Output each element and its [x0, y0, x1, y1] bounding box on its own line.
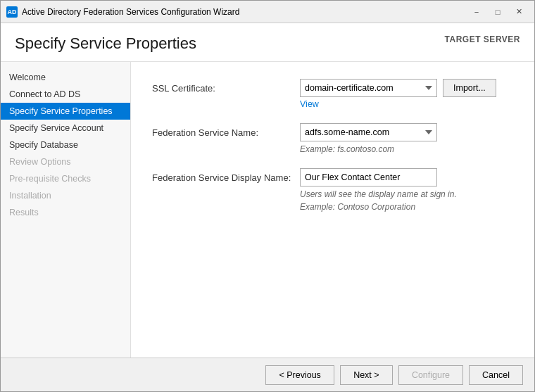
configure-button: Configure — [398, 365, 463, 385]
title-bar: AD Active Directory Federation Services … — [1, 1, 534, 23]
next-button[interactable]: Next > — [340, 365, 393, 385]
title-bar-title: Active Directory Federation Services Con… — [22, 7, 239, 17]
view-link[interactable]: View — [300, 99, 319, 109]
close-button[interactable]: ✕ — [509, 5, 529, 19]
ssl-label: SSL Certificate: — [152, 79, 300, 94]
sidebar-item-installation: Installation — [1, 187, 130, 204]
federation-display-hint1: Users will see the display name at sign … — [300, 189, 513, 199]
sidebar-item-specify-db[interactable]: Specify Database — [1, 137, 130, 153]
federation-name-hint: Example: fs.contoso.com — [300, 144, 513, 154]
federation-name-row-inner: adfs.some-name.com — [300, 123, 513, 141]
federation-name-label: Federation Service Name: — [152, 123, 300, 138]
sidebar-item-specify-service[interactable]: Specify Service Properties — [1, 103, 130, 120]
sidebar-item-results: Results — [1, 204, 130, 221]
federation-display-input[interactable] — [300, 168, 437, 186]
federation-display-field: Users will see the display name at sign … — [300, 168, 513, 212]
federation-display-row: Federation Service Display Name: Users w… — [152, 168, 513, 212]
cancel-button[interactable]: Cancel — [469, 365, 523, 385]
maximize-button[interactable]: □ — [488, 5, 508, 19]
title-bar-left: AD Active Directory Federation Services … — [6, 6, 239, 18]
page-title: Specify Service Properties — [15, 34, 196, 53]
previous-button[interactable]: < Previous — [265, 365, 334, 385]
wizard-window: AD Active Directory Federation Services … — [0, 0, 535, 392]
main-content: SSL Certificate: domain-certificate.com … — [131, 62, 534, 358]
minimize-button[interactable]: − — [467, 5, 486, 19]
federation-name-select[interactable]: adfs.some-name.com — [300, 123, 437, 141]
sidebar-item-specify-account[interactable]: Specify Service Account — [1, 120, 130, 137]
ssl-field-row: domain-certificate.com Import... — [300, 79, 513, 97]
federation-display-hint2: Example: Contoso Corporation — [300, 202, 513, 212]
sidebar-item-prereq: Pre-requisite Checks — [1, 170, 130, 187]
sidebar-item-welcome[interactable]: Welcome — [1, 69, 130, 86]
app-icon: AD — [6, 6, 18, 18]
ssl-certificate-select[interactable]: domain-certificate.com — [300, 79, 437, 97]
sidebar: Welcome Connect to AD DS Specify Service… — [1, 62, 131, 358]
ssl-certificate-row: SSL Certificate: domain-certificate.com … — [152, 79, 513, 109]
header-area: Specify Service Properties TARGET SERVER — [1, 23, 534, 62]
sidebar-item-review: Review Options — [1, 153, 130, 170]
title-bar-controls: − □ ✕ — [467, 5, 529, 19]
ssl-field: domain-certificate.com Import... View — [300, 79, 513, 109]
federation-display-label: Federation Service Display Name: — [152, 168, 300, 183]
federation-name-field: adfs.some-name.com Example: fs.contoso.c… — [300, 123, 513, 154]
federation-name-row: Federation Service Name: adfs.some-name.… — [152, 123, 513, 154]
app-icon-text: AD — [8, 8, 17, 15]
content-area: Welcome Connect to AD DS Specify Service… — [1, 62, 534, 358]
sidebar-item-connect-adds[interactable]: Connect to AD DS — [1, 86, 130, 103]
target-server-label: TARGET SERVER — [445, 34, 520, 44]
footer: < Previous Next > Configure Cancel — [1, 358, 534, 391]
import-button[interactable]: Import... — [443, 79, 496, 97]
